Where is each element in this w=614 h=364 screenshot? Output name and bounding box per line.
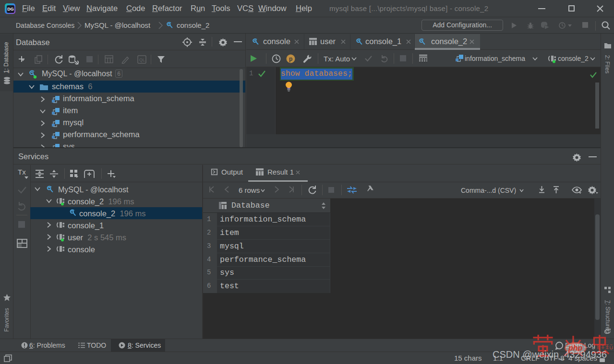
svg-text:QL: QL	[139, 58, 145, 62]
svg-text:p: p	[289, 56, 292, 62]
